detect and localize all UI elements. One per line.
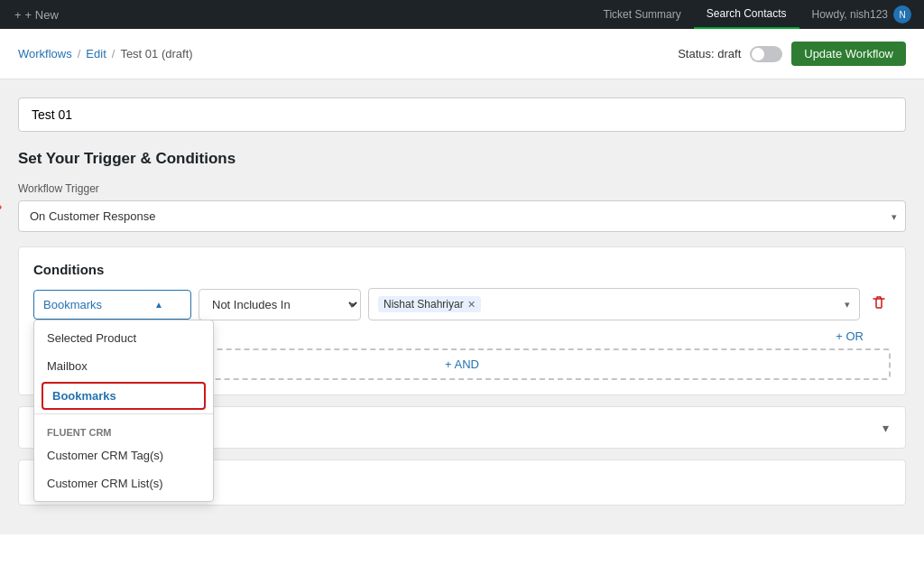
breadcrumb-workflows[interactable]: Workflows [18,47,72,60]
condition-type-wrapper: Bookmarks ▲ Selected Product Mailbox Boo… [33,290,191,320]
workflow-name-input[interactable] [18,97,906,132]
breadcrumb-sep1: / [78,47,81,60]
new-label: + New [25,8,59,22]
breadcrumb-current: Test 01 (draft) [120,47,192,60]
arrow-indicator: ➜ [0,196,2,219]
tag-field[interactable]: Nishat Shahriyar ✕ ▾ [368,288,860,320]
ticket-summary-button[interactable]: Ticket Summary [591,0,694,29]
tag-item: Nishat Shahriyar ✕ [378,296,481,312]
conditions-title: Conditions [33,262,891,277]
tag-name: Nishat Shahriyar [383,298,464,311]
avatar: N [893,5,911,23]
trigger-section: ➜ Workflow Trigger On Customer Response … [18,182,906,232]
plus-icon: + [14,8,22,22]
dropdown-divider [34,413,213,414]
howdy-button[interactable]: Howdy, nish123 N [799,0,925,29]
status-toggle[interactable] [750,46,782,62]
update-workflow-button[interactable]: Update Workflow [791,42,906,66]
breadcrumb-status: Status: draft Update Workflow [678,42,906,66]
status-label: Status: draft [678,47,741,60]
search-contacts-button[interactable]: Search Contacts [694,0,799,29]
dropdown-item-bookmarks[interactable]: Bookmarks [42,382,206,410]
delete-condition-button[interactable] [867,291,891,318]
top-nav-right: Ticket Summary Search Contacts Howdy, ni… [591,0,924,29]
breadcrumb-bar: Workflows / Edit / Test 01 (draft) Statu… [0,29,924,79]
trigger-label: Workflow Trigger [18,182,906,195]
operator-select-wrapper: Not Includes In ▾ [199,289,361,320]
tag-remove-icon[interactable]: ✕ [467,299,476,311]
conditions-wrapper: Conditions Bookmarks ▲ Selected Product [18,246,906,395]
dropdown-item-selected-product[interactable]: Selected Product [34,324,213,352]
condition-type-select[interactable]: Bookmarks ▲ [33,290,191,320]
tag-field-chevron-icon: ▾ [845,299,850,311]
condition-dropdown-menu: Selected Product Mailbox Bookmarks Fluen… [33,320,214,502]
top-nav: + + New Ticket Summary Search Contacts H… [0,0,924,29]
dropdown-item-crm-list[interactable]: Customer CRM List(s) [34,469,213,497]
trigger-select[interactable]: On Customer Response [18,200,906,232]
breadcrumb: Workflows / Edit / Test 01 (draft) [18,47,193,60]
dropdown-item-mailbox[interactable]: Mailbox [34,352,213,380]
dropdown-item-crm-tag[interactable]: Customer CRM Tag(s) [34,441,213,469]
page-wrapper: Workflows / Edit / Test 01 (draft) Statu… [0,29,924,566]
trash-icon [871,294,887,311]
new-button[interactable]: + + New [7,8,66,22]
dropdown-section-fluent-crm: Fluent CRM [34,418,213,441]
breadcrumb-edit[interactable]: Edit [86,47,106,60]
condition-type-chevron-icon: ▲ [154,300,163,310]
operator-select[interactable]: Not Includes In [199,289,361,320]
main-content: Set Your Trigger & Conditions ➜ Workflow… [0,79,924,534]
auto-chevron-icon: ▾ [882,421,889,435]
condition-row: Bookmarks ▲ Selected Product Mailbox Boo… [33,288,891,320]
or-link[interactable]: + OR [836,329,864,343]
trigger-select-wrapper: On Customer Response ▾ [18,200,906,232]
breadcrumb-sep2: / [112,47,116,60]
condition-type-value: Bookmarks [43,298,102,311]
section-title: Set Your Trigger & Conditions [18,150,906,168]
